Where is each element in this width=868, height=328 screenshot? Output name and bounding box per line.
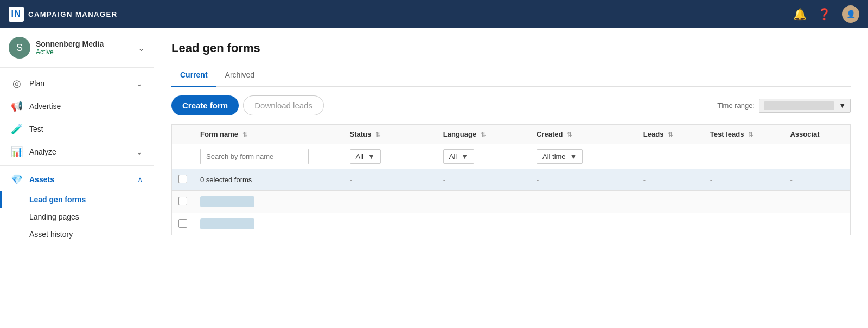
created-filter-arrow-icon: ▼	[570, 152, 577, 160]
top-nav-right: 🔔 ❓ 👤	[793, 5, 859, 23]
status-filter-value: All	[356, 152, 363, 160]
assets-icon: 💎	[11, 173, 23, 185]
th-leads[interactable]: Leads ⇅	[637, 125, 704, 144]
assets-chevron-icon: ∧	[137, 175, 143, 184]
th-language[interactable]: Language ⇅	[437, 125, 530, 144]
table-area: Create form Download leads Time range: ▼	[154, 87, 868, 244]
sidebar-item-lead-gen-forms[interactable]: Lead gen forms	[0, 191, 154, 208]
top-navigation: in CAMPAIGN MANAGER 🔔 ❓ 👤	[0, 0, 868, 28]
selected-created-cell: -	[530, 169, 637, 191]
selected-leads-cell: -	[637, 169, 704, 191]
row2-created-cell	[530, 213, 637, 235]
selected-test-leads-cell: -	[704, 169, 784, 191]
asset-history-label: Asset history	[29, 230, 73, 239]
table-header-row: Form name ⇅ Status ⇅ Language ⇅ Create	[172, 125, 851, 144]
th-status[interactable]: Status ⇅	[343, 125, 437, 144]
row1-form-name-blurred	[200, 196, 254, 207]
row2-checkbox-cell	[172, 213, 194, 235]
filter-row: All ▼ All ▼ All time	[172, 144, 851, 169]
logo-area: in CAMPAIGN MANAGER	[9, 7, 118, 22]
row2-assoc-cell	[783, 213, 850, 235]
plan-label: Plan	[29, 79, 136, 88]
avatar[interactable]: 👤	[842, 5, 859, 23]
sidebar-item-analyze[interactable]: 📊 Analyze ⌄	[0, 140, 154, 163]
created-filter-value: All time	[542, 152, 566, 160]
filter-created-cell: All time ▼	[530, 144, 637, 169]
test-icon: 🧪	[11, 123, 23, 135]
toolbar: Create form Download leads Time range: ▼	[171, 95, 851, 115]
row2-status-cell	[343, 213, 437, 235]
notifications-button[interactable]: 🔔	[793, 8, 807, 21]
search-form-name-input[interactable]	[200, 149, 309, 164]
filter-language-cell: All ▼	[437, 144, 530, 169]
account-name: Sonnenberg Media	[36, 40, 138, 48]
content-header: Lead gen forms Current Archived	[154, 28, 868, 87]
row2-language-cell	[437, 213, 530, 235]
sidebar-item-landing-pages[interactable]: Landing pages	[0, 208, 154, 226]
landing-pages-label: Landing pages	[29, 213, 79, 221]
account-info: Sonnenberg Media Active	[36, 40, 138, 56]
table-row	[172, 213, 851, 235]
language-filter-dropdown[interactable]: All ▼	[443, 149, 474, 164]
time-range-control: Time range: ▼	[717, 99, 851, 113]
selected-language-cell: -	[437, 169, 530, 191]
row2-checkbox[interactable]	[178, 219, 187, 228]
row1-created-cell	[530, 191, 637, 213]
test-label: Test	[29, 125, 143, 133]
filter-checkbox-cell	[172, 144, 194, 169]
download-leads-button[interactable]: Download leads	[243, 95, 324, 115]
time-range-select[interactable]: ▼	[759, 99, 851, 113]
selected-checkbox-cell	[172, 169, 194, 191]
sidebar-item-asset-history[interactable]: Asset history	[0, 226, 154, 243]
th-test-leads[interactable]: Test leads ⇅	[704, 125, 784, 144]
linkedin-icon: in	[9, 7, 24, 22]
selected-count-cell: 0 selected forms	[194, 169, 343, 191]
tab-current[interactable]: Current	[171, 66, 216, 87]
account-header[interactable]: S Sonnenberg Media Active ⌄	[0, 28, 154, 68]
row1-language-cell	[437, 191, 530, 213]
status-filter-dropdown[interactable]: All ▼	[350, 149, 381, 164]
row2-test-leads-cell	[704, 213, 784, 235]
time-range-label: Time range:	[717, 101, 755, 110]
status-filter-arrow-icon: ▼	[368, 152, 375, 160]
plan-icon: ◎	[11, 78, 23, 89]
analyze-icon: 📊	[11, 146, 23, 158]
analyze-label: Analyze	[29, 147, 136, 156]
th-associated[interactable]: Associat	[783, 125, 850, 144]
nav-divider	[0, 165, 154, 166]
leads-sort-icon: ⇅	[668, 131, 673, 138]
main-content: Lead gen forms Current Archived Create f…	[154, 28, 868, 328]
row1-leads-cell	[637, 191, 704, 213]
create-form-button[interactable]: Create form	[171, 95, 239, 115]
test-leads-sort-icon: ⇅	[748, 131, 753, 138]
row2-form-name-cell	[194, 213, 343, 235]
tab-archived[interactable]: Archived	[216, 66, 263, 87]
selected-count-label: 0 selected forms	[200, 176, 252, 184]
row1-checkbox[interactable]	[178, 197, 187, 205]
sidebar-item-advertise[interactable]: 📢 Advertise	[0, 95, 154, 118]
sidebar-item-assets[interactable]: 💎 Assets ∧	[0, 168, 154, 191]
time-range-dropdown-icon: ▼	[839, 101, 846, 110]
plan-chevron-icon: ⌄	[136, 79, 143, 88]
form-name-sort-icon: ⇅	[242, 131, 247, 138]
help-button[interactable]: ❓	[818, 8, 831, 21]
sidebar-item-test[interactable]: 🧪 Test	[0, 118, 154, 140]
row2-form-name-blurred	[200, 218, 254, 229]
th-form-name[interactable]: Form name ⇅	[194, 125, 343, 144]
th-checkbox	[172, 125, 194, 144]
row1-checkbox-cell	[172, 191, 194, 213]
time-range-bar	[764, 101, 834, 110]
filter-status-cell: All ▼	[343, 144, 437, 169]
account-chevron-icon: ⌄	[138, 43, 145, 53]
sidebar-item-plan[interactable]: ◎ Plan ⌄	[0, 72, 154, 95]
selected-assoc-cell: -	[783, 169, 850, 191]
filter-form-name-cell	[194, 144, 343, 169]
selected-status-cell: -	[343, 169, 437, 191]
created-filter-dropdown[interactable]: All time ▼	[537, 149, 583, 164]
row1-test-leads-cell	[704, 191, 784, 213]
row1-status-cell	[343, 191, 437, 213]
row1-assoc-cell	[783, 191, 850, 213]
forms-table: Form name ⇅ Status ⇅ Language ⇅ Create	[171, 124, 851, 235]
select-all-checkbox[interactable]	[178, 175, 187, 183]
th-created[interactable]: Created ⇅	[530, 125, 637, 144]
